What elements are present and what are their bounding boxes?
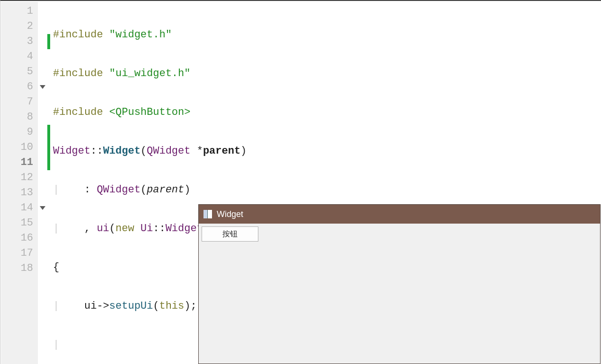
line-number[interactable]: 2 [1, 19, 38, 34]
line-number[interactable]: 16 [1, 231, 38, 246]
line-number[interactable]: 13 [1, 185, 38, 200]
chevron-down-icon [40, 85, 45, 89]
fold-toggle[interactable] [38, 79, 47, 95]
line-number[interactable]: 1 [1, 4, 38, 19]
chevron-down-icon [40, 206, 45, 210]
code-line[interactable]: Widget::Widget(QWidget *parent) [53, 144, 601, 159]
qt-push-button[interactable]: 按钮 [202, 226, 258, 242]
code-line[interactable]: #include "ui_widget.h" [53, 66, 601, 81]
line-number[interactable]: 18 [1, 261, 38, 276]
line-number[interactable]: 4 [1, 49, 38, 64]
line-number[interactable]: 8 [1, 110, 38, 125]
qt-window-title: Widget [217, 209, 243, 219]
line-number[interactable]: 6 [1, 79, 38, 95]
line-number[interactable]: 12 [1, 170, 38, 185]
editor-frame: 1 2 3 4 5 6 7 8 9 10 11 12 13 14 15 16 1… [0, 0, 601, 364]
window-icon [203, 210, 212, 218]
line-number[interactable]: 17 [1, 246, 38, 261]
fold-toggle[interactable] [38, 200, 47, 216]
qt-window[interactable]: Widget 按钮 [198, 204, 601, 364]
line-number[interactable]: 15 [1, 216, 38, 231]
line-number-current[interactable]: 11 [1, 155, 38, 170]
code-line[interactable]: #include <QPushButton> [53, 105, 601, 120]
qt-titlebar[interactable]: Widget [199, 205, 600, 224]
qt-client-area[interactable]: 按钮 [199, 224, 600, 364]
code-line[interactable]: #include "widget.h" [53, 27, 601, 43]
line-number[interactable]: 7 [1, 95, 38, 110]
line-number[interactable]: 5 [1, 64, 38, 79]
line-number-gutter[interactable]: 1 2 3 4 5 6 7 8 9 10 11 12 13 14 15 16 1… [1, 2, 38, 364]
line-number[interactable]: 3 [1, 34, 38, 49]
fold-column [38, 2, 47, 364]
line-number[interactable]: 14 [1, 200, 38, 216]
code-line[interactable]: | : QWidget(parent) [53, 182, 601, 198]
line-number[interactable]: 9 [1, 125, 38, 140]
line-number[interactable]: 10 [1, 140, 38, 155]
